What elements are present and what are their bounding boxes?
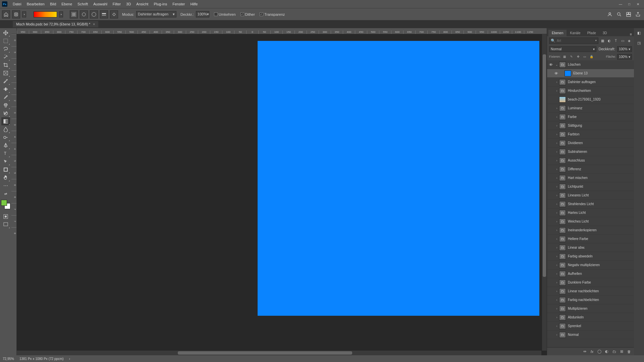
- twisty-icon[interactable]: [554, 150, 559, 154]
- layer-group-row[interactable]: 🗀Dahinter auftragen: [547, 78, 634, 86]
- layer-group-row[interactable]: 🗀Linear abw.: [547, 243, 634, 252]
- dither-checkbox[interactable]: Dither: [240, 12, 255, 16]
- twisty-icon[interactable]: [554, 272, 559, 276]
- layer-group-row[interactable]: 🗀Strahlendes Licht: [547, 200, 634, 208]
- layer-group-row[interactable]: 🗀Hellere Farbe: [547, 235, 634, 243]
- panel-menu-icon[interactable]: ≡: [630, 32, 632, 36]
- deckkr-value[interactable]: 100%▾: [196, 11, 209, 17]
- umkehren-checkbox[interactable]: Umkehren: [214, 12, 236, 16]
- layer-group-row[interactable]: 🗀Linear nachbelichten: [547, 287, 634, 296]
- menu-schrift[interactable]: Schrift: [75, 1, 91, 7]
- visibility-toggle[interactable]: 👁: [552, 71, 560, 75]
- layer-group-row[interactable]: 🗀Lichtpunkt: [547, 182, 634, 191]
- layer-group-row[interactable]: beach-2179361_1920: [547, 95, 634, 104]
- layer-group-row[interactable]: 🗀Hindurchwirken: [547, 86, 634, 95]
- gradient-swatch[interactable]: [34, 11, 57, 17]
- transparenz-checkbox[interactable]: Transparenz: [260, 12, 285, 16]
- tool-preset[interactable]: [12, 10, 20, 18]
- gradient-reflected-icon[interactable]: [100, 10, 108, 18]
- edit-toolbar[interactable]: ⇄: [1, 190, 10, 198]
- layer-group-row[interactable]: 🗀Farbton: [547, 130, 634, 139]
- twisty-icon[interactable]: [554, 263, 559, 267]
- gradient-radial-icon[interactable]: [80, 10, 88, 18]
- foreground-color[interactable]: [1, 200, 7, 206]
- share-icon[interactable]: [634, 10, 642, 18]
- menu-auswahl[interactable]: Auswahl: [91, 1, 110, 7]
- rectangle-tool[interactable]: [1, 166, 10, 174]
- tab-3d[interactable]: 3D: [599, 30, 610, 36]
- layer-group-row[interactable]: 🗀Lineares Licht: [547, 191, 634, 200]
- flaeche-value[interactable]: 100%▾: [617, 54, 632, 60]
- layer-group-row[interactable]: 🗀Weiches Licht: [547, 217, 634, 226]
- new-layer-icon[interactable]: ⊞: [619, 349, 625, 355]
- twisty-icon[interactable]: [554, 185, 559, 188]
- menu-ansicht[interactable]: Ansicht: [133, 1, 151, 7]
- delete-layer-icon[interactable]: 🗑: [626, 349, 632, 355]
- home-button[interactable]: [2, 10, 10, 18]
- blend-mode-select[interactable]: Normal▾: [549, 46, 596, 52]
- layer-group-row[interactable]: 🗀Subtrahieren: [547, 147, 634, 156]
- layer-group-row[interactable]: 👁🗀Löschen: [547, 60, 634, 69]
- twisty-icon[interactable]: [554, 246, 559, 249]
- lock-all-icon[interactable]: 🔒: [589, 54, 594, 59]
- crop-tool[interactable]: [1, 61, 10, 69]
- lock-pixels-icon[interactable]: ✎: [569, 54, 574, 59]
- layer-filter-input[interactable]: [557, 39, 594, 43]
- twisty-icon[interactable]: [554, 107, 559, 110]
- layer-group-row[interactable]: 🗀Hartes Licht: [547, 208, 634, 217]
- window-maximize[interactable]: □: [625, 1, 633, 7]
- twisty-icon[interactable]: [554, 89, 559, 93]
- twisty-icon[interactable]: [554, 141, 559, 145]
- gradient-tool[interactable]: [1, 117, 10, 125]
- layer-group-row[interactable]: 🗀Ausschluss: [547, 156, 634, 165]
- menu-3d[interactable]: 3D: [123, 1, 133, 7]
- tab-kanaele[interactable]: Kanäle: [567, 30, 584, 36]
- layer-group-row[interactable]: 🗀Farbig abwedeln: [547, 252, 634, 261]
- menu-fenster[interactable]: Fenster: [170, 1, 187, 7]
- magic-wand-tool[interactable]: [1, 53, 10, 61]
- adjustment-layer-icon[interactable]: ◐: [604, 349, 610, 355]
- menu-plug-ins[interactable]: Plug-ins: [151, 1, 170, 7]
- layer-group-row[interactable]: 🗀Dividieren: [547, 139, 634, 147]
- twisty-icon[interactable]: [554, 298, 559, 302]
- filter-adjustment-icon[interactable]: ◐: [606, 38, 612, 43]
- twisty-icon[interactable]: [554, 176, 559, 180]
- layer-group-row[interactable]: 🗀Dunklere Farbe: [547, 278, 634, 287]
- twisty-icon[interactable]: [554, 194, 559, 197]
- canvas-scrollbar-horizontal[interactable]: [17, 351, 541, 355]
- layer-group-row[interactable]: 🗀Normal: [547, 330, 634, 339]
- gradient-diamond-icon[interactable]: [110, 10, 118, 18]
- lock-artboard-icon[interactable]: ▭: [582, 54, 588, 59]
- twisty-icon[interactable]: [554, 220, 559, 223]
- deckkraft-value[interactable]: 100%▾: [617, 46, 632, 52]
- filter-smart-icon[interactable]: ◈: [627, 38, 632, 43]
- layer-group-row[interactable]: 🗀Sprenkel: [547, 322, 634, 330]
- dodge-tool[interactable]: [1, 133, 10, 141]
- layer-row[interactable]: 👁Ebene 13: [547, 69, 634, 78]
- collapsed-panel-color-icon[interactable]: ◧: [636, 29, 642, 36]
- more-tools[interactable]: ⋯: [1, 182, 10, 190]
- new-group-icon[interactable]: 🗀: [611, 349, 617, 355]
- canvas-scrollbar-vertical[interactable]: [542, 34, 547, 351]
- twisty-icon[interactable]: [554, 159, 559, 162]
- filter-shape-icon[interactable]: ▭: [620, 38, 625, 43]
- gradient-dropdown[interactable]: ▾: [59, 11, 63, 17]
- modus-select[interactable]: Dahinter auftragen▾: [136, 11, 176, 17]
- move-tool[interactable]: [1, 29, 10, 37]
- layer-group-row[interactable]: 🗀Multiplizieren: [547, 304, 634, 313]
- layer-group-row[interactable]: 🗀Farbig nachbelichten: [547, 296, 634, 304]
- twisty-icon[interactable]: [554, 324, 559, 328]
- layer-group-row[interactable]: 🗀Hart mischen: [547, 174, 634, 182]
- lasso-tool[interactable]: [1, 45, 10, 53]
- twisty-icon[interactable]: [554, 211, 559, 215]
- twisty-icon[interactable]: [554, 80, 559, 84]
- twisty-icon[interactable]: [554, 63, 559, 66]
- brush-tool[interactable]: [1, 93, 10, 101]
- twisty-icon[interactable]: [554, 307, 559, 310]
- type-tool[interactable]: T: [1, 149, 10, 158]
- twisty-icon[interactable]: [554, 333, 559, 337]
- menu-filter[interactable]: Filter: [110, 1, 123, 7]
- clone-stamp-tool[interactable]: [1, 101, 10, 109]
- filter-type-icon[interactable]: T: [613, 38, 619, 43]
- twisty-icon[interactable]: [554, 237, 559, 241]
